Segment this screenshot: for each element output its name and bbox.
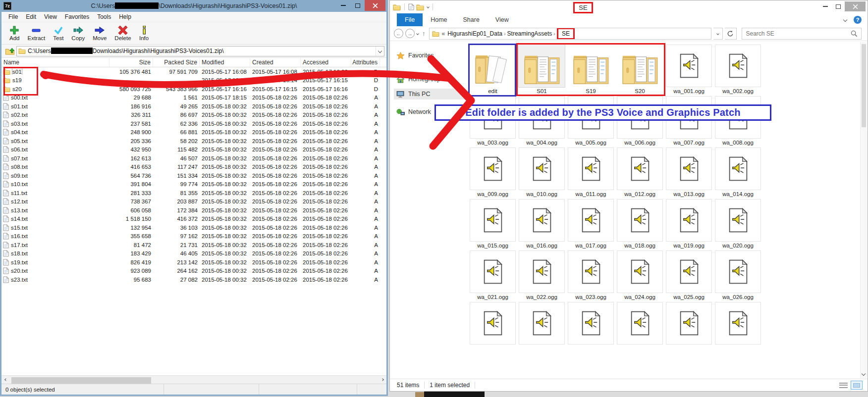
menu-edit[interactable]: Edit: [22, 12, 40, 21]
expand-ribbon-icon[interactable]: [843, 18, 847, 22]
table-row[interactable]: s17.txt81 47221 7312015-05-18 00:322015-…: [1, 241, 386, 249]
table-row[interactable]: s11.txt281 33381 3552015-05-18 00:322015…: [1, 189, 386, 198]
address-combo[interactable]: C:\UsersDownloads\Higurashi\HigurashiPS3…: [16, 46, 384, 56]
file-tile-wa-013-ogg[interactable]: wa_013.ogg: [664, 147, 713, 198]
breadcrumb-item-higurashiep01-data[interactable]: HigurashiEp01_Data: [447, 30, 502, 37]
file-tile-wa-004-ogg[interactable]: wa_004.ogg: [517, 95, 566, 147]
menu-help[interactable]: Help: [115, 12, 135, 21]
scroll-right-arrow[interactable]: [378, 379, 386, 381]
column-header-attributes[interactable]: Attributes: [351, 58, 380, 67]
file-tile[interactable]: [468, 301, 517, 347]
breadcrumb-item-se[interactable]: SE: [557, 28, 575, 40]
folder-icon[interactable]: [393, 4, 401, 10]
file-tile-wa-021-ogg[interactable]: wa_021.ogg: [468, 249, 517, 301]
file-tile[interactable]: [517, 301, 566, 347]
menu-view[interactable]: View: [40, 12, 61, 21]
extract-button[interactable]: Extract: [23, 25, 49, 42]
breadcrumb-item-streamingassets[interactable]: StreamingAssets: [507, 30, 552, 37]
details-view-button[interactable]: [839, 382, 848, 389]
new-folder-icon[interactable]: [416, 4, 424, 10]
add-button[interactable]: Add: [5, 25, 23, 42]
table-row[interactable]: s20580 093 725543 383 9662015-05-17 16:1…: [1, 85, 386, 94]
menu-tools[interactable]: Tools: [93, 12, 115, 21]
file-tile-wa-025-ogg[interactable]: wa_025.ogg: [664, 249, 713, 301]
tab-view[interactable]: View: [488, 13, 517, 26]
menu-file[interactable]: File: [4, 12, 22, 21]
scroll-down-arrow[interactable]: [862, 372, 866, 376]
file-tile-wa-003-ogg[interactable]: wa_003.ogg: [468, 95, 517, 147]
column-header-modified[interactable]: Modified: [200, 58, 250, 67]
7zip-titlebar[interactable]: 7z C:\Users\Downloads\Higurashi\Higurash…: [1, 0, 386, 12]
table-row[interactable]: s12.txt738 367203 8872015-05-18 00:32201…: [1, 198, 386, 206]
file-tile-wa-007-ogg[interactable]: wa_007.ogg: [664, 95, 713, 147]
column-header-name[interactable]: Name: [1, 58, 109, 67]
address-dropdown-button[interactable]: [376, 47, 384, 56]
parent-folder-button[interactable]: [3, 46, 16, 56]
file-tile-wa-001-ogg[interactable]: wa_001.ogg: [664, 44, 713, 95]
table-row[interactable]: s04.txt248 90066 8812015-05-18 00:322015…: [1, 128, 386, 137]
table-row[interactable]: s06.txt432 950115 4822015-05-18 00:32201…: [1, 146, 386, 154]
delete-button[interactable]: Delete: [110, 25, 135, 42]
maximize-button[interactable]: [350, 0, 365, 11]
sidebar-item-this-pc[interactable]: This PC: [394, 89, 465, 99]
file-tile-wa-026-ogg[interactable]: wa_026.ogg: [713, 249, 762, 301]
table-row[interactable]: s08.txt416 653117 2472015-05-18 00:32201…: [1, 163, 386, 172]
menu-favorites[interactable]: Favorites: [61, 12, 93, 21]
close-button[interactable]: [845, 1, 866, 11]
file-tile-wa-023-ogg[interactable]: wa_023.ogg: [566, 249, 615, 301]
minimize-button[interactable]: [336, 0, 350, 11]
table-row[interactable]: s16.txt355 65897 1622015-05-18 00:322015…: [1, 232, 386, 241]
close-button[interactable]: [365, 0, 385, 11]
file-tile-wa-010-ogg[interactable]: wa_010.ogg: [517, 147, 566, 198]
explorer-titlebar[interactable]: SE: [390, 0, 868, 13]
table-row[interactable]: s10.txt391 80499 7742015-05-18 00:322015…: [1, 180, 386, 189]
search-input[interactable]: [746, 30, 857, 37]
scrollbar-thumb[interactable]: [862, 44, 866, 127]
table-row[interactable]: s05.txt205 33658 2022015-05-18 00:322015…: [1, 137, 386, 146]
table-row[interactable]: s18.txt183 42946 4052015-05-18 00:322015…: [1, 249, 386, 258]
file-tile-wa-014-ogg[interactable]: wa_014.ogg: [713, 147, 762, 198]
column-header-created[interactable]: Created: [250, 58, 301, 67]
tab-home[interactable]: Home: [423, 13, 455, 26]
back-button[interactable]: ←: [394, 29, 403, 38]
folder-tile-edit[interactable]: edit: [468, 44, 517, 95]
properties-icon[interactable]: [408, 3, 414, 10]
file-tile-wa-015-ogg[interactable]: wa_015.ogg: [468, 198, 517, 249]
file-tile[interactable]: [713, 301, 762, 347]
address-dropdown-button[interactable]: [713, 28, 723, 40]
folder-tile-s19[interactable]: S19: [566, 44, 615, 95]
table-row[interactable]: s02.txt326 31186 6972015-05-18 00:322015…: [1, 111, 386, 120]
column-header-size[interactable]: Size: [109, 58, 153, 67]
column-header-packed-size[interactable]: Packed Size: [153, 58, 200, 67]
file-tile-wa-006-ogg[interactable]: wa_006.ogg: [615, 95, 664, 147]
help-icon[interactable]: ?: [854, 16, 862, 24]
refresh-button[interactable]: [725, 28, 737, 40]
copy-button[interactable]: Copy: [67, 25, 89, 42]
file-tile-wa-011-ogg[interactable]: wa_011.ogg: [566, 147, 615, 198]
large-icons-view-button[interactable]: [851, 381, 863, 390]
file-tile-wa-016-ogg[interactable]: wa_016.ogg: [517, 198, 566, 249]
file-tile-wa-008-ogg[interactable]: wa_008.ogg: [713, 95, 762, 147]
file-tile-wa-022-ogg[interactable]: wa_022.ogg: [517, 249, 566, 301]
info-button[interactable]: Info: [135, 25, 153, 42]
tab-file[interactable]: File: [397, 13, 423, 26]
folder-tile-s01[interactable]: S01: [517, 44, 566, 95]
sidebar-item-homegroup[interactable]: Homegroup: [394, 74, 443, 85]
table-row[interactable]: s09.txt564 736151 3342015-05-18 00:32201…: [1, 171, 386, 180]
file-tile-wa-019-ogg[interactable]: wa_019.ogg: [664, 198, 713, 249]
qat-customize-icon[interactable]: [427, 5, 430, 8]
file-tile-wa-005-ogg[interactable]: wa_005.ogg: [566, 95, 615, 147]
table-row[interactable]: s03.txt237 58162 3362015-05-18 00:322015…: [1, 119, 386, 128]
file-tile[interactable]: [615, 301, 664, 347]
file-tile[interactable]: [566, 301, 615, 347]
maximize-button[interactable]: [832, 1, 845, 11]
table-row[interactable]: s14.txt1 518 150416 3722015-05-18 00:322…: [1, 215, 386, 224]
test-button[interactable]: Test: [49, 25, 67, 42]
file-tile-wa-009-ogg[interactable]: wa_009.ogg: [468, 147, 517, 198]
table-row[interactable]: s07.txt162 61346 5072015-05-18 00:322015…: [1, 154, 386, 163]
horizontal-scrollbar[interactable]: [1, 375, 386, 384]
table-row[interactable]: s23.txt95 68327 0822015-05-18 00:322015-…: [1, 275, 386, 284]
address-bar[interactable]: « HigurashiEp01_Data›StreamingAssets›SE: [429, 28, 711, 40]
forward-button[interactable]: →: [405, 29, 415, 38]
scrollbar-thumb[interactable]: [11, 377, 151, 384]
